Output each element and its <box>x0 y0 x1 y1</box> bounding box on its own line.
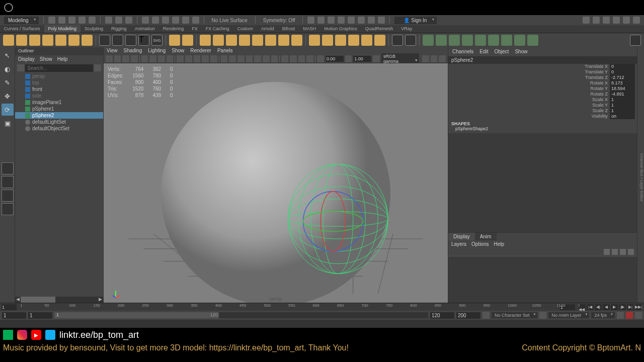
layout-single-icon[interactable] <box>2 162 14 174</box>
vp-2d-pan-icon[interactable] <box>131 55 138 62</box>
gear-prim-icon[interactable] <box>125 35 136 46</box>
attr-scale-x[interactable]: Scale X1 <box>448 97 637 103</box>
vp-multisample-icon[interactable] <box>263 55 270 62</box>
workspace-dropdown[interactable]: Modeling <box>4 17 39 24</box>
search-mode-icon[interactable] <box>17 64 24 71</box>
shelf-options-icon[interactable] <box>630 35 641 46</box>
render-settings-icon[interactable] <box>338 17 345 24</box>
merge-center-icon[interactable] <box>501 35 512 46</box>
outliner-item-front[interactable]: front <box>15 86 103 93</box>
vp-exposure-input[interactable] <box>326 56 344 62</box>
shelf-tab-custom[interactable]: Custom <box>233 25 257 33</box>
vp-menu-shading[interactable]: Shading <box>124 48 142 54</box>
layer-menu-layers[interactable]: Layers <box>451 241 466 247</box>
polytorus-icon[interactable] <box>55 35 66 46</box>
layout-custom-icon[interactable] <box>2 203 14 215</box>
shelf-tab-arnold[interactable]: Arnold <box>257 25 278 33</box>
vp-shaded-icon[interactable] <box>185 55 192 62</box>
cb-menu-channels[interactable]: Channels <box>452 49 473 55</box>
live-surface-dropdown[interactable]: No Live Surface <box>209 17 251 24</box>
lasso-tool[interactable]: ◐ <box>2 63 14 75</box>
layout-two-icon[interactable] <box>2 190 14 202</box>
attr-rotate-z[interactable]: Rotate Z-4.891 <box>448 92 637 97</box>
layer-tab-display[interactable]: Display <box>448 233 475 240</box>
outliner-menu-help[interactable]: Help <box>57 56 68 62</box>
attr-scale-z[interactable]: Scale Z1 <box>448 108 637 114</box>
shelf-tab-curves-surfaces[interactable]: Curves / Surfaces <box>0 25 44 33</box>
snap-toggle-icon[interactable] <box>192 17 199 24</box>
spin-edge-icon[interactable] <box>436 35 447 46</box>
pause-icon[interactable] <box>378 17 385 24</box>
attr-visibility[interactable]: Visibilityon <box>448 114 637 119</box>
shelf-tab-quadremesh[interactable]: QuadRemesh <box>361 25 397 33</box>
merge-icon[interactable] <box>488 35 499 46</box>
polycone-icon[interactable] <box>42 35 53 46</box>
step-fwd-icon[interactable]: |▶ <box>619 304 626 310</box>
outliner-item-defaultObjectSet[interactable]: defaultObjectSet <box>15 125 103 132</box>
separate-icon[interactable] <box>213 35 224 46</box>
superellipse-icon[interactable] <box>112 35 123 46</box>
range-loop-icon[interactable] <box>482 312 490 319</box>
time-slider[interactable]: 1501001502002503003504004505005506006507… <box>0 303 644 311</box>
platonic-icon[interactable] <box>99 35 110 46</box>
vp-xray-icon[interactable] <box>229 55 236 62</box>
snap-center-icon[interactable] <box>172 17 179 24</box>
range-max-input[interactable] <box>456 312 480 319</box>
outliner-item-defaultLightSet[interactable]: defaultLightSet <box>15 119 103 125</box>
vp-gamma-input[interactable] <box>353 56 371 62</box>
attr-translate-x[interactable]: Translate X0 <box>448 64 637 69</box>
step-back-icon[interactable]: ◀| <box>595 304 602 310</box>
select-icon[interactable] <box>105 17 112 24</box>
svg-icon[interactable]: SVG <box>151 35 163 46</box>
vp-grid-icon[interactable] <box>141 55 148 62</box>
vp-colorspace-dropdown[interactable]: sRGB gamma <box>381 53 419 64</box>
shelf-tab-rendering[interactable]: Rendering <box>159 25 188 33</box>
shelf-tab-fx-caching[interactable]: FX Caching <box>202 25 233 33</box>
vp-film-gate-icon[interactable] <box>149 55 156 62</box>
bridge-icon[interactable] <box>335 35 346 46</box>
layer-new-empty-icon[interactable] <box>620 249 626 255</box>
append-icon[interactable] <box>361 35 372 46</box>
cgtrader-icon[interactable] <box>3 330 13 340</box>
snap-grid-icon[interactable] <box>142 17 149 24</box>
range-start-input[interactable] <box>28 312 52 319</box>
outliner-item-imagePlane1[interactable]: imagePlane1 <box>15 99 103 106</box>
youtube-icon[interactable]: ▶ <box>31 330 41 340</box>
hypershade-icon[interactable] <box>348 17 355 24</box>
cb-menu-show[interactable]: Show <box>515 49 527 55</box>
selected-object-name[interactable]: pSphere2 <box>448 56 637 64</box>
polyplane-icon[interactable] <box>68 35 79 46</box>
current-frame-start[interactable] <box>2 304 17 310</box>
layer-menu-help[interactable]: Help <box>494 241 504 247</box>
toggle-modeling-toolkit-icon[interactable] <box>583 17 590 24</box>
shelf-tab-vray[interactable]: VRay <box>397 25 416 33</box>
vp-pause-icon[interactable] <box>306 55 313 62</box>
set-key-icon[interactable] <box>626 312 633 319</box>
collapse-icon[interactable] <box>374 35 385 46</box>
vp-menu-panels[interactable]: Panels <box>217 48 233 54</box>
go-end-icon[interactable]: ▶▶| <box>635 304 642 310</box>
outliner-scrollbar[interactable]: ◀ ▶ <box>15 297 103 303</box>
shelf-tab-motion-graphics[interactable]: Motion Graphics <box>320 25 361 33</box>
shelf-tab-poly-modeling[interactable]: Poly Modeling <box>44 25 81 33</box>
vp-gamma-icon[interactable] <box>345 55 352 62</box>
shelf-tab-mash[interactable]: MASH <box>299 25 320 33</box>
vp-menu-renderer[interactable]: Renderer <box>190 48 211 54</box>
layer-new-selected-icon[interactable] <box>628 249 634 255</box>
rotate-tool[interactable]: ⟳ <box>2 104 14 116</box>
prefs-icon[interactable] <box>635 312 642 319</box>
vp-menu-view[interactable]: View <box>107 48 118 54</box>
type-icon[interactable]: T <box>138 35 149 46</box>
select-tool[interactable]: ↖ <box>2 49 14 61</box>
vp-menu-show[interactable]: Show <box>172 48 184 54</box>
move-tool[interactable]: ✥ <box>2 90 14 102</box>
vp-resolution-gate-icon[interactable] <box>158 55 165 62</box>
shape-name[interactable]: pSphereShape2 <box>451 126 634 131</box>
prev-key-icon[interactable]: |◀ <box>587 304 594 310</box>
channel-box-tab-strip[interactable]: Channel Box / Layer Editor <box>637 47 644 303</box>
mirror-icon[interactable] <box>252 35 263 46</box>
vp-lights-icon[interactable] <box>202 55 209 62</box>
render-icon[interactable] <box>317 17 325 24</box>
polydisc-icon[interactable] <box>82 35 93 46</box>
quad-draw-icon[interactable] <box>265 35 276 46</box>
